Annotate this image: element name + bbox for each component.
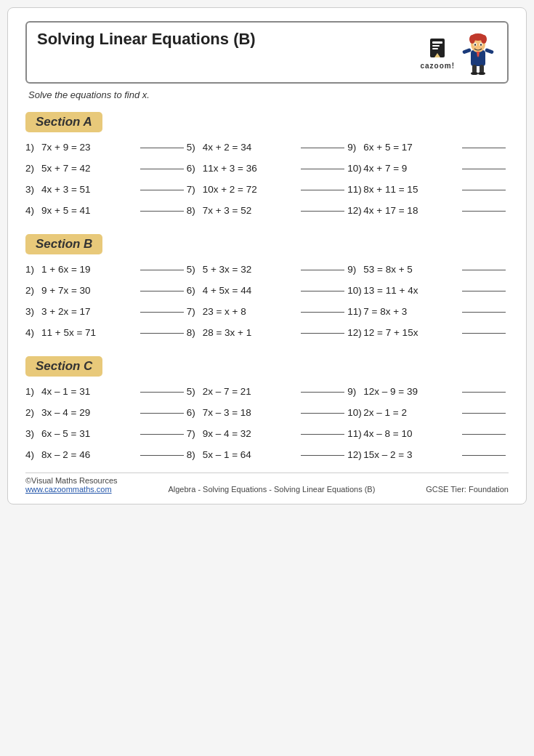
question-number: 8) — [187, 205, 203, 216]
equation-cell: 5)4x + 2 = 34 — [187, 137, 348, 158]
question-number: 7) — [187, 306, 203, 317]
equation-expression: 6x + 5 = 17 — [363, 142, 456, 153]
equation-expression: 13 = 11 + 4x — [363, 285, 456, 296]
question-number: 5) — [187, 264, 203, 275]
question-number: 4) — [25, 449, 41, 460]
svg-rect-2 — [432, 45, 440, 47]
equation-expression: 4x + 3 = 51 — [41, 184, 134, 195]
answer-line — [301, 210, 344, 212]
equation-expression: 53 = 8x + 5 — [363, 264, 456, 275]
answer-line — [140, 168, 184, 169]
svg-point-13 — [480, 44, 482, 46]
equation-expression: 4x – 8 = 10 — [363, 428, 456, 439]
answer-line — [301, 412, 344, 414]
answer-line — [462, 168, 506, 169]
equation-expression: 4 + 5x = 44 — [203, 285, 296, 296]
equation-expression: 4x + 7 = 9 — [363, 163, 456, 174]
section-1: Section A1)7x + 9 = 235)4x + 2 = 349)6x … — [25, 106, 509, 221]
question-number: 5) — [187, 386, 203, 397]
equation-expression: 10x + 2 = 72 — [203, 184, 296, 195]
section-label-2: Section B — [25, 234, 102, 254]
equation-cell: 11)4x – 8 = 10 — [347, 423, 509, 444]
footer-left: ©Visual Maths Resources www.cazoommaths.… — [25, 476, 118, 494]
equation-expression: 11 + 5x = 71 — [41, 327, 134, 338]
question-number: 11) — [347, 184, 363, 195]
answer-line — [462, 412, 506, 414]
worksheet-page: Solving Linear Equations (B) cazoom! — [7, 7, 527, 504]
svg-rect-14 — [462, 48, 472, 55]
question-number: 10) — [347, 163, 363, 174]
equation-expression: 1 + 6x = 19 — [41, 264, 134, 275]
answer-line — [462, 269, 506, 270]
equation-cell: 4)8x – 2 = 46 — [25, 444, 187, 465]
svg-point-9 — [481, 35, 487, 44]
equation-expression: 12x – 9 = 39 — [363, 386, 456, 397]
question-number: 11) — [347, 306, 363, 317]
equation-cell: 3)6x – 5 = 31 — [25, 423, 187, 444]
question-number: 1) — [25, 386, 41, 397]
answer-line — [140, 454, 184, 456]
answer-line — [462, 290, 506, 291]
equation-expression: 15x – 2 = 3 — [363, 449, 456, 460]
section-3: Section C1)4x – 1 = 315)2x – 7 = 219)12x… — [25, 350, 509, 465]
equation-expression: 3 + 2x = 17 — [41, 306, 134, 317]
answer-line — [301, 311, 344, 313]
answer-line — [301, 269, 344, 270]
footer-copyright: ©Visual Maths Resources — [25, 476, 118, 485]
svg-point-18 — [471, 72, 478, 75]
answer-line — [301, 433, 344, 435]
equation-expression: 7x – 3 = 18 — [203, 407, 296, 418]
question-number: 8) — [187, 327, 203, 338]
footer-link[interactable]: www.cazoommaths.com — [25, 485, 112, 494]
equation-cell: 4)11 + 5x = 71 — [25, 322, 187, 343]
answer-line — [301, 391, 344, 393]
question-number: 12) — [347, 205, 363, 216]
equation-cell: 8)7x + 3 = 52 — [187, 200, 348, 221]
worksheet-title: Solving Linear Equations (B) — [37, 30, 256, 49]
logo-area: cazoom! — [420, 30, 497, 75]
equation-expression: 12 = 7 + 15x — [363, 327, 456, 338]
equation-expression: 3x – 4 = 29 — [41, 407, 134, 418]
equation-expression: 8x – 2 = 46 — [41, 449, 134, 460]
question-number: 6) — [187, 285, 203, 296]
answer-line — [462, 332, 506, 334]
footer-center: Algebra - Solving Equations - Solving Li… — [118, 485, 426, 494]
answer-line — [140, 147, 184, 148]
question-number: 4) — [25, 205, 41, 216]
question-number: 2) — [25, 285, 41, 296]
equation-cell: 3)3 + 2x = 17 — [25, 301, 187, 322]
equation-cell: 3)4x + 3 = 51 — [25, 179, 187, 200]
answer-line — [301, 168, 344, 169]
question-number: 3) — [25, 306, 41, 317]
equation-expression: 2x – 7 = 21 — [203, 386, 296, 397]
equation-expression: 7x + 9 = 23 — [41, 142, 134, 153]
answer-line — [462, 210, 506, 212]
svg-point-8 — [469, 35, 475, 44]
mascot-svg — [459, 30, 497, 75]
question-number: 6) — [187, 163, 203, 174]
answer-line — [140, 210, 184, 212]
equation-expression: 7x + 3 = 52 — [203, 205, 296, 216]
worksheet-subtitle: Solve the equations to find x. — [28, 89, 509, 100]
equation-cell: 1)7x + 9 = 23 — [25, 137, 187, 158]
equation-cell: 10)4x + 7 = 9 — [347, 158, 509, 179]
svg-rect-3 — [432, 48, 438, 49]
equation-cell: 12)15x – 2 = 3 — [347, 444, 509, 465]
question-number: 8) — [187, 449, 203, 460]
equation-cell: 1)4x – 1 = 31 — [25, 381, 187, 402]
equation-cell: 9)53 = 8x + 5 — [347, 259, 509, 280]
svg-rect-1 — [432, 41, 442, 44]
equation-expression: 4x + 17 = 18 — [363, 205, 456, 216]
answer-line — [301, 189, 344, 190]
question-number: 7) — [187, 184, 203, 195]
equation-expression: 4x + 2 = 34 — [203, 142, 296, 153]
equation-expression: 5x + 7 = 42 — [41, 163, 134, 174]
equation-cell: 7)9x – 4 = 32 — [187, 423, 348, 444]
question-number: 7) — [187, 428, 203, 439]
answer-line — [140, 433, 184, 435]
equation-cell: 8)28 = 3x + 1 — [187, 322, 348, 343]
equation-expression: 5x – 1 = 64 — [203, 449, 296, 460]
equations-grid-1: 1)7x + 9 = 235)4x + 2 = 349)6x + 5 = 172… — [25, 137, 509, 221]
equation-expression: 2x – 1 = 2 — [363, 407, 456, 418]
question-number: 2) — [25, 407, 41, 418]
